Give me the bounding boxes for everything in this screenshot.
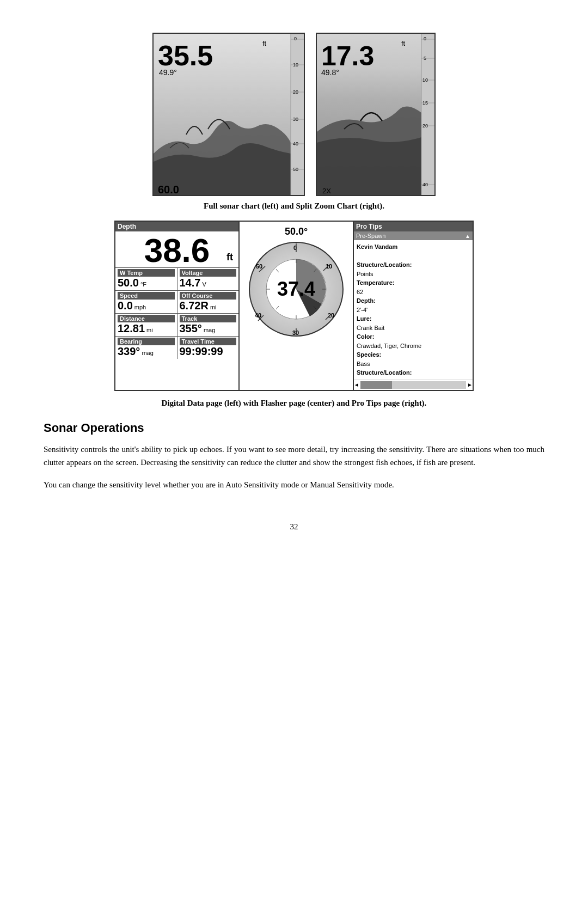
depth-unit: ft — [226, 252, 233, 263]
pro-tips-content: Kevin Vandam Structure/Location:Points T… — [354, 240, 473, 380]
sonar-image-right: 0 5 10 15 20 40 17.3 49.8° ft 2X — [316, 33, 436, 196]
svg-text:40: 40 — [255, 312, 261, 319]
wtemp-value: 50.0 °F — [118, 277, 175, 289]
sonar-images-section: 0 10 20 30 40 50 35.5 49.9° ft 60.0 — [152, 33, 436, 196]
scroll-left-icon: ◄ — [354, 382, 359, 388]
speed-cell: Speed 0.0 mph — [115, 291, 177, 313]
wtemp-label: W Temp — [118, 269, 175, 277]
svg-text:10: 10 — [326, 263, 332, 270]
flasher-heading: 50.0° — [285, 226, 308, 237]
voltage-label: Voltage — [180, 269, 237, 277]
wtemp-unit: °F — [140, 281, 146, 288]
scroll-thumb — [360, 381, 392, 389]
bearing-unit: mag — [142, 350, 153, 356]
speed-value: 0.0 mph — [118, 300, 175, 312]
sonar-ops-title: Sonar Operations — [44, 421, 144, 435]
wtemp-cell: W Temp 50.0 °F — [115, 268, 177, 290]
svg-text:49.8°: 49.8° — [321, 68, 339, 77]
caption1: Full sonar chart (left) and Split Zoom C… — [204, 201, 384, 211]
svg-text:2X: 2X — [322, 187, 331, 195]
svg-text:60.0: 60.0 — [158, 184, 179, 196]
pro-tips-scrollbar: ◄ ► — [354, 380, 473, 390]
pro-tips-entry-4: Color:Crawdad, Tiger, Chrome — [357, 332, 470, 350]
bearing-cell: Bearing 339° mag — [115, 337, 177, 359]
track-unit: mag — [204, 327, 215, 333]
depth-display: 38.6 ft — [115, 231, 238, 267]
voltage-value: 14.7 V — [180, 277, 237, 289]
caption2: Digital Data page (left) with Flasher pa… — [162, 398, 427, 409]
pro-tips-entry-2: Depth:2'-4' — [357, 296, 470, 314]
depth-value: 38.6 — [144, 231, 210, 269]
digital-data-panel: Depth 38.6 ft W Temp 50.0 °F Voltage 14.… — [114, 221, 240, 391]
offcourse-label: Off Course — [180, 292, 237, 300]
track-value: 355° mag — [180, 322, 237, 335]
pro-tips-header: Pro Tips — [354, 222, 473, 231]
pro-tips-entry-1: Temperature:62 — [357, 278, 470, 296]
depth-header: Depth — [115, 222, 238, 231]
speed-label: Speed — [118, 292, 175, 300]
pro-tips-panel: Pro Tips Pre-Spawn ▲ Kevin Vandam Struct… — [354, 221, 474, 391]
svg-text:ft: ft — [262, 39, 267, 47]
page-number: 32 — [290, 522, 298, 532]
voltage-cell: Voltage 14.7 V — [177, 268, 239, 290]
traveltime-value: 99:99:99 — [180, 345, 237, 358]
speed-offcourse-row: Speed 0.0 mph Off Course 6.72R mi — [115, 290, 238, 313]
flasher-circle: 0 10 20 30 40 50 — [247, 240, 345, 338]
pro-tips-entry-0: Structure/Location:Points — [357, 260, 470, 278]
flasher-center-value: 37.4 — [277, 278, 315, 301]
track-label: Track — [180, 315, 237, 322]
scroll-up-icon: ▲ — [465, 233, 470, 239]
pro-tips-subheader: Pre-Spawn ▲ — [354, 231, 473, 240]
distance-cell: Distance 12.81 mi — [115, 314, 177, 336]
sonar-ops-para1: Sensitivity controls the unit's ability … — [44, 443, 544, 470]
svg-text:35.5: 35.5 — [158, 40, 213, 71]
scroll-right-icon: ► — [467, 382, 473, 388]
bearing-traveltime-row: Bearing 339° mag Travel Time 99:99:99 — [115, 336, 238, 359]
track-cell: Track 355° mag — [177, 314, 239, 336]
pro-tips-entry-3: Lure:Crank Bait — [357, 314, 470, 332]
distance-label: Distance — [118, 315, 175, 322]
bearing-value: 339° mag — [118, 345, 175, 358]
svg-text:20: 20 — [328, 312, 334, 319]
offcourse-cell: Off Course 6.72R mi — [177, 291, 239, 313]
bearing-label: Bearing — [118, 338, 175, 345]
svg-text:17.3: 17.3 — [321, 41, 374, 71]
distance-unit: mi — [146, 327, 153, 333]
sonar-image-left: 0 10 20 30 40 50 35.5 49.9° ft 60.0 — [152, 33, 305, 196]
offcourse-value: 6.72R mi — [180, 300, 237, 312]
pro-tips-entry-6: Structure/Location: — [357, 368, 470, 377]
svg-text:30: 30 — [292, 329, 299, 336]
svg-text:ft: ft — [401, 39, 406, 47]
traveltime-label: Travel Time — [180, 338, 237, 345]
distance-track-row: Distance 12.81 mi Track 355° mag — [115, 313, 238, 336]
distance-value: 12.81 mi — [118, 322, 175, 335]
svg-text:0: 0 — [424, 36, 426, 41]
wtemp-voltage-row: W Temp 50.0 °F Voltage 14.7 V — [115, 267, 238, 290]
speed-unit: mph — [134, 304, 146, 310]
pro-tips-author: Kevin Vandam — [357, 242, 470, 252]
offcourse-unit: mi — [210, 304, 217, 310]
flasher-panel: 50.0° 0 10 20 — [240, 221, 354, 391]
voltage-unit: V — [202, 281, 206, 288]
pro-tips-entry-5: Species:Bass — [357, 350, 470, 368]
traveltime-cell: Travel Time 99:99:99 — [177, 337, 239, 359]
svg-text:0: 0 — [294, 36, 297, 41]
sonar-ops-para2: You can change the sensitivity level whe… — [44, 478, 544, 492]
data-panels-row: Depth 38.6 ft W Temp 50.0 °F Voltage 14.… — [44, 221, 544, 391]
svg-text:50: 50 — [256, 263, 262, 270]
scroll-track — [360, 381, 466, 389]
svg-text:49.9°: 49.9° — [159, 68, 177, 77]
